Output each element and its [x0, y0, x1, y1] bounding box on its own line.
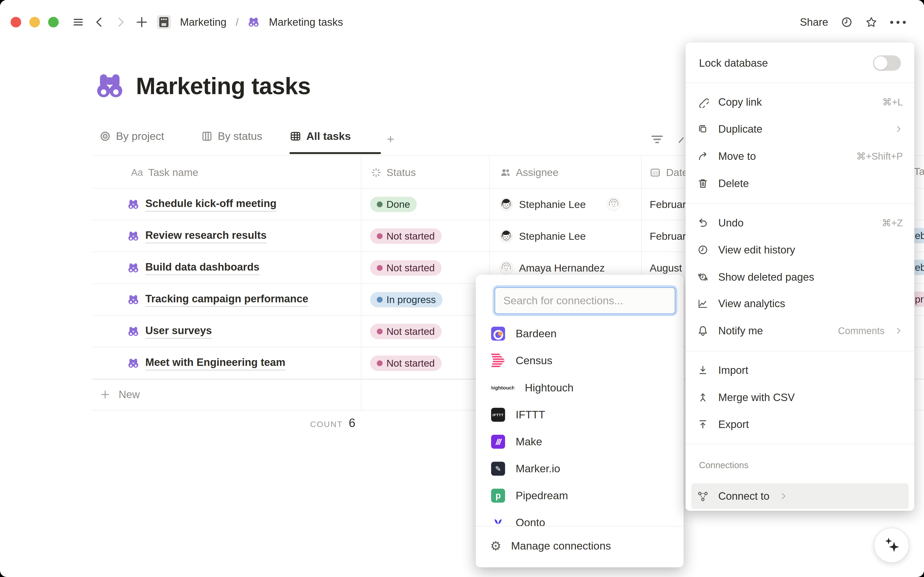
- menu-item-connect-to[interactable]: Connect to: [691, 484, 909, 509]
- assignee-name[interactable]: Stephanie Lee: [519, 198, 586, 210]
- menu-item-label: Merge with CSV: [718, 392, 903, 403]
- more-options-icon[interactable]: •••: [890, 16, 909, 29]
- gear-icon: ⚙: [490, 540, 501, 552]
- tab-by-status[interactable]: By status: [201, 130, 262, 142]
- status-pill[interactable]: Not started: [370, 356, 442, 371]
- menu-item-export[interactable]: Export: [686, 411, 914, 438]
- binoculars-icon: [247, 16, 260, 28]
- make-icon: ///: [491, 435, 505, 449]
- tab-label: All tasks: [306, 130, 351, 142]
- notion-ai-button[interactable]: [874, 528, 909, 563]
- manage-connections-button[interactable]: ⚙ Manage connections: [476, 530, 684, 562]
- traffic-light-close[interactable]: [11, 17, 21, 27]
- back-icon[interactable]: [93, 16, 105, 28]
- new-page-icon[interactable]: [136, 16, 148, 28]
- status-pill[interactable]: Not started: [370, 229, 442, 244]
- lock-database-label: Lock database: [699, 57, 768, 69]
- task-title-link[interactable]: Tracking campaign performance: [145, 293, 308, 307]
- status-pill[interactable]: Done: [370, 197, 417, 212]
- menu-divider: [686, 351, 914, 351]
- ifttt-icon: IFTTT: [491, 408, 505, 422]
- menu-item-merge-with-csv[interactable]: Merge with CSV: [686, 384, 914, 411]
- breadcrumb-parent[interactable]: Marketing: [180, 16, 227, 28]
- status-property-icon: [371, 167, 382, 178]
- page-binoculars-icon: [95, 71, 124, 101]
- column-header-assignee[interactable]: Assignee: [516, 167, 559, 178]
- task-title-link[interactable]: Schedule kick-off meeting: [145, 197, 276, 211]
- filter-icon[interactable]: [650, 132, 665, 147]
- connection-label: Marker.io: [516, 463, 560, 475]
- text-property-icon: Aa: [131, 167, 143, 178]
- lock-database-toggle[interactable]: [873, 55, 901, 71]
- task-title-link[interactable]: User surveys: [145, 324, 212, 339]
- status-pill[interactable]: Not started: [370, 260, 442, 276]
- sidebar-menu-icon[interactable]: [72, 16, 84, 28]
- menu-item-undo[interactable]: Undo ⌘+Z: [686, 210, 914, 236]
- status-label: Done: [386, 199, 410, 210]
- date-value[interactable]: February: [650, 230, 691, 242]
- menu-item-show-deleted-pages[interactable]: Show deleted pages: [686, 264, 914, 290]
- count-summary[interactable]: COUNT 6: [93, 416, 355, 430]
- menu-item-label: Import: [718, 364, 903, 376]
- connection-item-bardeen[interactable]: Bardeen: [476, 320, 684, 347]
- connection-label: Census: [516, 355, 553, 367]
- connections-list: Bardeen Census hightouch Hightouch IFTTT…: [476, 319, 684, 526]
- connection-item-qonto[interactable]: Qonto: [476, 509, 684, 526]
- undo-icon: [697, 217, 709, 229]
- duplicate-icon: [697, 123, 709, 135]
- lock-database-row[interactable]: Lock database: [686, 50, 914, 77]
- chevron-right-icon: [894, 326, 903, 335]
- status-pill[interactable]: Not started: [370, 324, 442, 339]
- marketing-page-icon: [157, 15, 171, 29]
- hightouch-icon: hightouch: [491, 381, 514, 395]
- assignee-name[interactable]: Amaya Hernandez: [519, 262, 605, 274]
- connection-item-markerio[interactable]: ✎ Marker.io: [476, 455, 684, 482]
- menu-item-move-to[interactable]: Move to ⌘+Shift+P: [686, 143, 914, 170]
- menu-item-copy-link[interactable]: Copy link ⌘+L: [686, 89, 914, 116]
- traffic-light-minimize[interactable]: [29, 17, 40, 27]
- updates-clock-icon[interactable]: [841, 16, 853, 28]
- tab-by-project[interactable]: By project: [99, 130, 164, 142]
- column-header-tags-fragment[interactable]: Ta: [914, 166, 924, 177]
- task-title-link[interactable]: Meet with Engineering team: [145, 356, 285, 371]
- menu-item-import[interactable]: Import: [686, 357, 914, 384]
- connection-item-census[interactable]: Census: [476, 347, 684, 374]
- menu-item-delete[interactable]: Delete: [686, 170, 914, 197]
- export-icon: [697, 419, 709, 430]
- connection-item-make[interactable]: /// Make: [476, 428, 684, 455]
- trash-icon: [697, 178, 709, 189]
- menu-item-duplicate[interactable]: Duplicate: [686, 116, 914, 142]
- avatar: [499, 229, 513, 243]
- column-header-task[interactable]: Task name: [148, 167, 198, 178]
- menu-item-view-analytics[interactable]: View analytics: [686, 290, 914, 317]
- toolbar: Marketing / Marketing tasks Share ••: [0, 0, 924, 45]
- menu-trailing-value: Comments: [838, 326, 885, 336]
- date-value[interactable]: August: [650, 262, 682, 274]
- forward-icon[interactable]: [114, 16, 127, 28]
- menu-item-label: Undo: [718, 217, 872, 229]
- menu-divider: [686, 82, 914, 83]
- add-view-button[interactable]: +: [387, 132, 394, 147]
- date-value[interactable]: February: [650, 198, 691, 210]
- column-header-status[interactable]: Status: [386, 167, 416, 178]
- traffic-light-zoom[interactable]: [48, 17, 59, 27]
- column-header-date[interactable]: Date: [666, 167, 688, 178]
- new-row-label: New: [119, 388, 140, 401]
- task-title-link[interactable]: Build data dashboards: [145, 261, 259, 275]
- connection-item-hightouch[interactable]: hightouch Hightouch: [476, 374, 684, 401]
- binoculars-icon: [127, 198, 139, 210]
- menu-item-view-edit-history[interactable]: View edit history: [686, 236, 914, 263]
- menu-shortcut: ⌘+L: [882, 97, 903, 108]
- connection-label: Hightouch: [525, 382, 574, 394]
- status-pill[interactable]: In progress: [370, 292, 442, 308]
- connection-item-pipedream[interactable]: p Pipedream: [476, 482, 684, 509]
- search-input[interactable]: [495, 287, 675, 314]
- share-button[interactable]: Share: [800, 16, 828, 28]
- connection-item-ifttt[interactable]: IFTTT IFTTT: [476, 401, 684, 428]
- tab-all-tasks[interactable]: All tasks: [289, 130, 351, 142]
- favorite-star-icon[interactable]: [865, 16, 877, 28]
- menu-item-notify-me[interactable]: Notify me Comments: [686, 317, 914, 344]
- breadcrumb-current[interactable]: Marketing tasks: [269, 16, 343, 28]
- task-title-link[interactable]: Review research results: [145, 229, 267, 243]
- assignee-name[interactable]: Stephanie Lee: [519, 230, 586, 242]
